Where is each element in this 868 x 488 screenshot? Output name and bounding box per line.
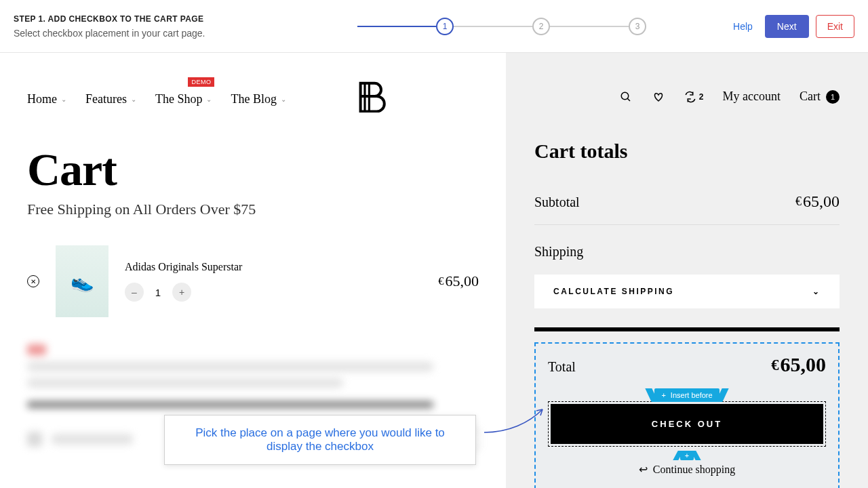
cart-line-item: ✕ 👟 Adidas Originals Superstar – 1 + €65… xyxy=(27,245,479,317)
logo xyxy=(354,80,387,119)
placement-hint-callout: Pick the place on a page where you would… xyxy=(164,415,476,465)
next-button[interactable]: Next xyxy=(765,15,809,38)
continue-shopping-link[interactable]: Continue shopping xyxy=(653,464,735,476)
wishlist-icon[interactable] xyxy=(652,90,665,104)
product-image: 👟 xyxy=(56,245,108,317)
nav-features[interactable]: Features⌄ xyxy=(85,92,136,106)
exit-button[interactable]: Exit xyxy=(816,15,854,38)
wizard-step-desc: Select checkbox placement in your cart p… xyxy=(14,28,298,39)
page-title: Cart xyxy=(27,143,479,197)
cart-totals-heading: Cart totals xyxy=(534,140,840,163)
shipping-label: Shipping xyxy=(534,244,840,260)
callout-arrow-icon xyxy=(481,404,549,438)
qty-decrease-button[interactable]: – xyxy=(125,283,144,302)
nav-home[interactable]: Home⌄ xyxy=(27,92,66,106)
svg-point-0 xyxy=(621,92,629,100)
cart-count-badge: 1 xyxy=(826,90,840,104)
placement-dropzone[interactable]: Total €65,00 + Insert before CHECK OUT +… xyxy=(534,342,840,488)
insert-after-button[interactable]: + xyxy=(680,451,694,460)
page-preview: Home⌄ Features⌄ DEMO The Shop⌄ The Blog⌄… xyxy=(0,53,868,488)
wizard-step-title: STEP 1. ADD CHECKBOX TO THE CART PAGE xyxy=(14,14,298,24)
qty-value: 1 xyxy=(153,287,163,298)
divider xyxy=(534,327,840,331)
qty-increase-button[interactable]: + xyxy=(172,283,191,302)
step-1-indicator: 1 xyxy=(436,18,454,35)
chevron-down-icon: ⌄ xyxy=(131,96,136,103)
insert-before-button[interactable]: + Insert before xyxy=(654,388,719,402)
subtotal-value: €65,00 xyxy=(795,192,840,211)
demo-badge: DEMO xyxy=(188,77,214,87)
my-account-link[interactable]: My account xyxy=(723,89,781,104)
search-icon[interactable] xyxy=(619,90,633,104)
calculate-shipping-toggle[interactable]: CALCULATE SHIPPING ⌄ xyxy=(534,274,840,308)
svg-line-1 xyxy=(627,98,630,101)
chevron-down-icon: ⌄ xyxy=(812,287,821,296)
back-arrow-icon: ↩ xyxy=(639,463,648,476)
chevron-down-icon: ⌄ xyxy=(206,96,212,103)
total-label: Total xyxy=(548,359,576,375)
step-3-indicator: 3 xyxy=(629,18,646,35)
nav-shop[interactable]: DEMO The Shop⌄ xyxy=(155,92,212,106)
product-name: Adidas Originals Superstar xyxy=(125,261,422,273)
wizard-progress: 1 2 3 xyxy=(298,18,705,35)
page-subtitle: Free Shipping on All Orders Over $75 xyxy=(27,201,479,218)
help-link[interactable]: Help xyxy=(728,17,758,36)
subtotal-label: Subtotal xyxy=(534,195,580,210)
cart-link[interactable]: Cart1 xyxy=(800,89,840,104)
remove-item-button[interactable]: ✕ xyxy=(27,275,39,287)
chevron-down-icon: ⌄ xyxy=(281,96,286,103)
step-2-indicator: 2 xyxy=(532,18,550,35)
compare-icon[interactable]: 2 xyxy=(684,91,704,103)
wizard-bar: STEP 1. ADD CHECKBOX TO THE CART PAGE Se… xyxy=(0,0,868,53)
checkout-slot[interactable]: CHECK OUT xyxy=(548,401,826,447)
checkout-button[interactable]: CHECK OUT xyxy=(551,404,823,444)
chevron-down-icon: ⌄ xyxy=(61,96,66,103)
total-value: €65,00 xyxy=(771,353,826,376)
nav-blog[interactable]: The Blog⌄ xyxy=(231,92,286,106)
line-price: €65,00 xyxy=(438,272,479,290)
